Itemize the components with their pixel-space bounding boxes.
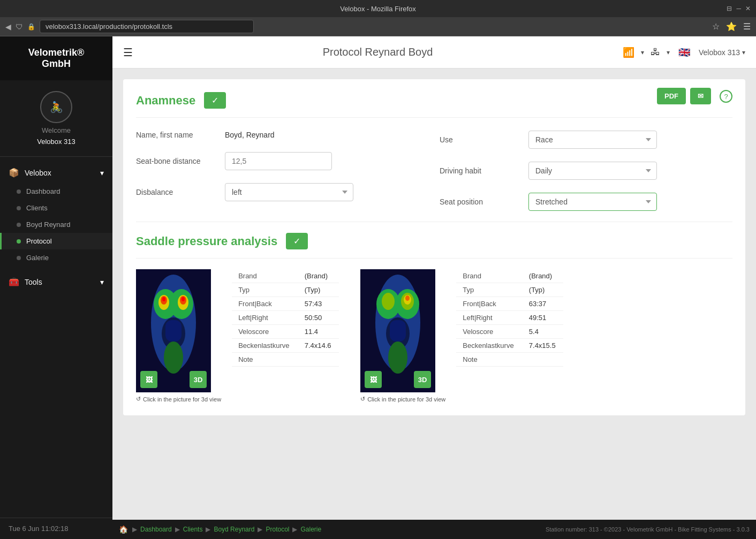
browser-icons: ☆ ⭐ ☰: [712, 21, 751, 32]
seat-position-select[interactable]: Stretched Normal Upright: [528, 193, 657, 211]
address-input[interactable]: [40, 20, 254, 33]
chevron-down-icon: ▾: [100, 278, 104, 286]
window-controls[interactable]: ⊟ ─ ✕: [727, 5, 751, 12]
sidebar-avatar: 🚴 Welcome Velobox 313: [0, 80, 112, 157]
velobox-station-label[interactable]: Velobox 313 ▾: [699, 48, 745, 57]
brand-sub: GmbH: [11, 58, 102, 70]
beckenlastkurve-row-1: Beckenlastkurve 7.4x14.6: [232, 339, 339, 353]
lock-icon: 🔒: [27, 23, 35, 31]
seat-bone-input[interactable]: [225, 152, 332, 170]
svg-point-22: [388, 341, 407, 374]
star-icon[interactable]: ⭐: [726, 21, 737, 32]
image-badge-1[interactable]: 🖼: [140, 371, 157, 388]
menu-icon[interactable]: ☰: [743, 21, 751, 32]
sidebar: Velometrik® GmbH 🚴 Welcome Velobox 313 📦…: [0, 36, 112, 539]
name-value: Boyd, Reynard: [225, 131, 275, 139]
nav-dot: [17, 256, 21, 260]
datetime: Tue 6 Jun 11:02:18: [9, 525, 69, 533]
image-badge-2[interactable]: 🖼: [365, 371, 382, 388]
breadcrumb-sep: ▶: [206, 526, 210, 533]
breadcrumb-galerie[interactable]: Galerie: [300, 526, 321, 533]
front-back-row-2: Front|Back 63:37: [456, 297, 563, 311]
name-row: Name, first name Boyd, Reynard: [136, 131, 429, 139]
image-caption-1: ↺ Click in the picture for 3d view: [136, 396, 221, 403]
email-button[interactable]: ✉: [690, 88, 711, 104]
breadcrumb-boyd[interactable]: Boyd Reynard: [214, 526, 254, 533]
left-right-row-2: Left|Right 49:51: [456, 311, 563, 325]
saddle-check-button[interactable]: ✓: [286, 233, 308, 249]
bookmark-icon[interactable]: ☆: [712, 21, 720, 32]
sidebar-item-protocol[interactable]: Protocol: [0, 233, 112, 249]
tools-nav-icon: 🧰: [9, 277, 19, 287]
home-icon[interactable]: 🏠: [119, 525, 128, 534]
saddle-card-1: 🖼 3D ↺ Click in the picture for 3d view: [136, 269, 339, 403]
sidebar-item-galerie[interactable]: Galerie: [0, 249, 112, 266]
saddle-pressure-image-2[interactable]: 🖼 3D: [360, 269, 435, 392]
pdf-button[interactable]: PDF: [657, 88, 686, 104]
bottom-bar: 🏠 ▶ Dashboard ▶ Clients ▶ Boyd Reynard ▶…: [112, 520, 756, 539]
network-icon[interactable]: 🖧: [651, 47, 660, 58]
brand-row-2: Brand (Brand): [456, 269, 563, 283]
front-back-row-1: Front|Back 57:43: [232, 297, 339, 311]
anamnese-title: Anamnese: [136, 94, 195, 108]
brand-row-1: Brand (Brand): [232, 269, 339, 283]
sidebar-item-dashboard[interactable]: Dashboard: [0, 183, 112, 200]
svg-rect-23: [390, 320, 406, 341]
disbalance-label: Disbalance: [136, 188, 216, 196]
svg-point-11: [164, 341, 183, 374]
avatar: 🚴: [40, 91, 72, 123]
saddle-pressure-image-1[interactable]: 🖼 3D: [136, 269, 211, 392]
veloscore-row-1: Veloscore 11.4: [232, 325, 339, 339]
flag-uk-icon[interactable]: 🇬🇧: [676, 47, 692, 58]
breadcrumb-dashboard[interactable]: Dashboard: [140, 526, 172, 533]
sidebar-nav: 📦 Velobox ▾ Dashboard Clients Boyd Reyna…: [0, 157, 112, 518]
nav-dot: [17, 206, 21, 210]
sidebar-item-clients[interactable]: Clients: [0, 200, 112, 216]
chevron-down-icon: ▾: [100, 169, 104, 177]
nav-dot-active: [17, 239, 21, 244]
note-row-2: Note: [456, 353, 563, 367]
left-fields: Name, first name Boyd, Reynard Seat-bone…: [136, 131, 429, 211]
brand-name: Velometrik®: [11, 47, 102, 58]
anamnese-check-button[interactable]: ✓: [204, 92, 226, 109]
image-badges-2: 🖼 3D: [365, 371, 431, 388]
back-icon[interactable]: ◀: [5, 22, 11, 31]
breadcrumb: ▶ Dashboard ▶ Clients ▶ Boyd Reynard ▶ P…: [132, 526, 541, 533]
disbalance-select[interactable]: left right none: [225, 183, 353, 201]
saddle-card-2: 🖼 3D ↺ Click in the picture for 3d view: [360, 269, 563, 403]
saddle-data-table-2: Brand (Brand) Typ (Typ) Front|Back 63:37: [456, 269, 563, 367]
pdf-email-buttons: PDF ✉: [657, 88, 711, 104]
3d-badge-1[interactable]: 3D: [190, 371, 207, 388]
driving-habit-row: Driving habit Daily Weekly Monthly: [440, 162, 732, 180]
top-bar: ☰ Protocol Reynard Boyd 📶 ▾ 🖧 ▾ 🇬🇧 Velob…: [112, 36, 756, 69]
top-bar-right: 📶 ▾ 🖧 ▾ 🇬🇧 Velobox 313 ▾: [623, 47, 745, 58]
nav-group-tools[interactable]: 🧰 Tools ▾: [0, 271, 112, 292]
help-icon[interactable]: ?: [720, 90, 732, 103]
address-bar: ◀ 🛡 🔒 ☆ ⭐ ☰: [0, 17, 756, 36]
nav-group-velobox[interactable]: 📦 Velobox ▾: [0, 162, 112, 183]
hamburger-icon[interactable]: ☰: [123, 46, 133, 59]
cursor-icon: ↺: [136, 396, 141, 403]
wifi-icon[interactable]: 📶: [623, 47, 634, 58]
right-fields: Use Race Leisure Mountain Driving habit …: [440, 131, 732, 211]
sidebar-footer: Tue 6 Jun 11:02:18: [0, 518, 112, 539]
driving-habit-label: Driving habit: [440, 166, 520, 175]
note-row-1: Note: [232, 353, 339, 367]
driving-habit-select[interactable]: Daily Weekly Monthly: [528, 162, 657, 180]
breadcrumb-clients[interactable]: Clients: [183, 526, 203, 533]
saddle-title: Saddle pressure analysis: [136, 234, 277, 248]
main-area: ☰ Protocol Reynard Boyd 📶 ▾ 🖧 ▾ 🇬🇧 Velob…: [112, 36, 756, 539]
beckenlastkurve-row-2: Beckenlastkurve 7.4x15.5: [456, 339, 563, 353]
welcome-text: Welcome: [42, 126, 71, 134]
typ-row-2: Typ (Typ): [456, 283, 563, 297]
3d-badge-2[interactable]: 3D: [414, 371, 431, 388]
sidebar-item-boyd-reynard[interactable]: Boyd Reynard: [0, 216, 112, 233]
breadcrumb-protocol[interactable]: Protocol: [266, 526, 289, 533]
seat-bone-row: Seat-bone distance: [136, 152, 429, 170]
chevron-down-icon[interactable]: ▾: [641, 49, 644, 56]
name-label: Name, first name: [136, 131, 216, 139]
use-select[interactable]: Race Leisure Mountain: [528, 131, 657, 149]
chevron-down-icon[interactable]: ▾: [667, 49, 670, 56]
browser-title: Velobox - Mozilla Firefox: [340, 5, 416, 13]
app-layout: Velometrik® GmbH 🚴 Welcome Velobox 313 📦…: [0, 36, 756, 539]
